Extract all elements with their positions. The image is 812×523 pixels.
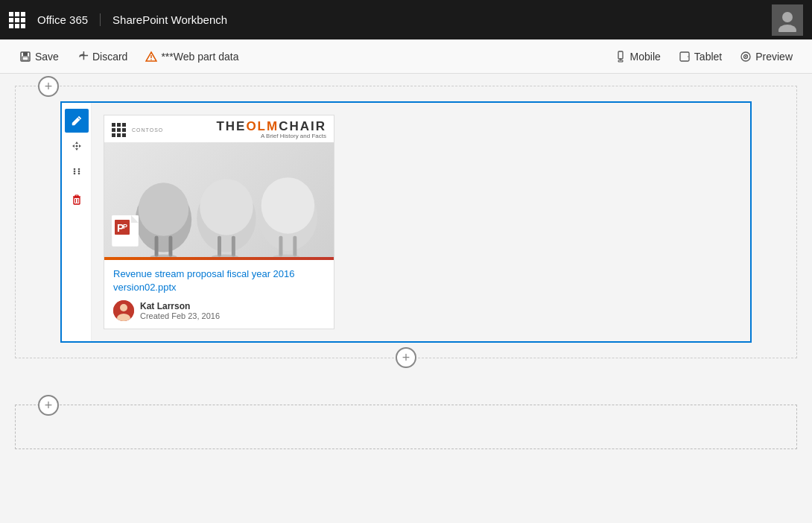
add-zone-bottom-button[interactable]: + (396, 347, 416, 368)
svg-point-33 (150, 255, 177, 257)
svg-rect-32 (168, 236, 172, 257)
svg-point-35 (200, 179, 253, 235)
logo-wordmark: CONTOSO (132, 127, 163, 133)
preview-label: Preview (755, 51, 793, 63)
discard-button[interactable]: Discard (69, 46, 135, 67)
move-webpart-button[interactable] (65, 134, 89, 158)
save-icon (19, 51, 31, 63)
svg-point-7 (151, 59, 153, 60)
move-icon (71, 140, 83, 152)
svg-point-23 (77, 173, 80, 175)
drag-icon (71, 165, 83, 177)
drag-webpart-button[interactable] (65, 159, 89, 183)
svg-rect-41 (279, 236, 282, 257)
user-avatar[interactable] (772, 4, 803, 36)
svg-point-22 (73, 173, 75, 175)
svg-point-17 (75, 145, 77, 148)
webpart-data-button[interactable]: ***Web part data (138, 46, 246, 67)
card-title[interactable]: Revenue stream proposal fiscal year 2016… (113, 267, 325, 294)
svg-point-52 (120, 304, 127, 311)
card-body: Revenue stream proposal fiscal year 2016… (104, 260, 334, 329)
brand-name: THEOLMCHAIR (216, 120, 326, 133)
svg-point-40 (261, 177, 315, 234)
discard-label: Discard (92, 51, 127, 63)
svg-rect-37 (232, 236, 235, 257)
svg-rect-11 (618, 60, 623, 62)
svg-text:P: P (123, 223, 127, 230)
svg-rect-31 (155, 236, 159, 257)
brand-sub: A Brief History and Facts (216, 133, 326, 139)
workbench-title: SharePoint Workbench (112, 13, 227, 26)
brand-chair: CHAIR (279, 119, 326, 133)
svg-point-30 (139, 183, 189, 236)
svg-point-19 (77, 168, 80, 171)
mobile-icon (615, 51, 627, 63)
side-toolbar (62, 103, 92, 341)
warning-icon (145, 51, 157, 63)
mobile-button[interactable]: Mobile (607, 46, 668, 67)
toolbar-right: Mobile Tablet Preview (607, 46, 800, 67)
meta-text: Kat Larrson Created Feb 23, 2016 (140, 301, 220, 320)
svg-rect-26 (75, 195, 78, 197)
edit-webpart-button[interactable] (65, 109, 89, 133)
brand-olm: OLM (246, 119, 279, 133)
svg-rect-36 (218, 236, 221, 257)
add-zone-top-button[interactable]: + (38, 76, 59, 97)
tablet-label: Tablet (694, 51, 722, 63)
delete-webpart-button[interactable] (65, 188, 89, 212)
svg-rect-24 (74, 197, 80, 204)
contoso-logo (112, 123, 126, 137)
created-date: Created Feb 23, 2016 (140, 311, 220, 320)
svg-point-20 (73, 171, 75, 173)
svg-point-21 (77, 171, 80, 173)
zone-2: + (15, 405, 797, 449)
author-name: Kat Larrson (140, 301, 220, 311)
svg-rect-42 (293, 236, 296, 257)
svg-rect-8 (618, 51, 623, 59)
canvas-spacer (15, 367, 797, 405)
tablet-button[interactable]: Tablet (671, 46, 729, 67)
webpart-container: CONTOSO THEOLMCHAIR A Brief History and … (60, 101, 752, 343)
brand-section: THEOLMCHAIR A Brief History and Facts (216, 120, 326, 139)
preview-icon (740, 51, 752, 63)
svg-point-16 (745, 56, 746, 57)
trash-icon (71, 194, 83, 206)
card-image: CONTOSO THEOLMCHAIR A Brief History and … (104, 115, 334, 257)
mobile-label: Mobile (630, 51, 661, 63)
svg-rect-3 (23, 52, 28, 56)
save-button[interactable]: Save (12, 46, 66, 67)
brand-the: THE (216, 119, 246, 133)
add-zone-2-button[interactable]: + (38, 395, 59, 416)
contoso-text: CONTOSO (132, 127, 163, 133)
svg-point-18 (73, 168, 75, 171)
document-card: CONTOSO THEOLMCHAIR A Brief History and … (104, 115, 334, 329)
webpart-data-label: ***Web part data (161, 51, 238, 63)
ppt-file-icon: P P (112, 215, 139, 250)
office365-title: Office 365 (37, 13, 101, 26)
preview-button[interactable]: Preview (732, 46, 800, 67)
discard-icon (77, 51, 89, 63)
svg-point-0 (782, 12, 793, 22)
tablet-icon (679, 51, 691, 63)
save-label: Save (35, 51, 59, 63)
webpart-content: CONTOSO THEOLMCHAIR A Brief History and … (92, 103, 750, 341)
toolbar: Save Discard ***Web part data Mobile (0, 39, 812, 74)
top-nav: Office 365 SharePoint Workbench (0, 0, 812, 39)
chairs-illustration (104, 153, 334, 257)
svg-point-1 (778, 25, 796, 32)
zone-1: + (15, 86, 797, 358)
svg-rect-4 (22, 57, 28, 60)
author-avatar (113, 300, 134, 321)
canvas: + (0, 74, 812, 523)
waffle-icon[interactable] (9, 12, 25, 28)
pencil-icon (71, 115, 83, 127)
card-meta: Kat Larrson Created Feb 23, 2016 (113, 300, 325, 321)
